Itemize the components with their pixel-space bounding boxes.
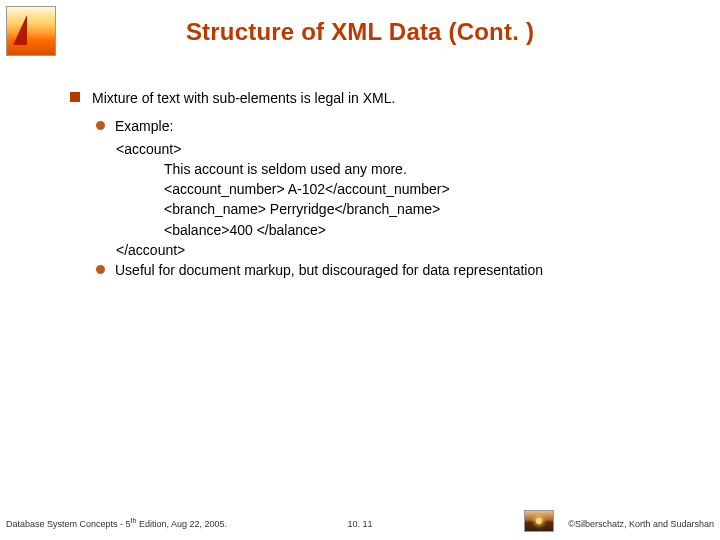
code-line: <account> — [116, 139, 680, 159]
decorative-sunset-image — [524, 510, 554, 532]
code-block: <account> This account is seldom used an… — [116, 139, 680, 261]
slide-footer: Database System Concepts - 5th Edition, … — [6, 500, 714, 532]
square-bullet-icon — [70, 92, 80, 102]
slide: Structure of XML Data (Cont. ) Mixture o… — [0, 0, 720, 540]
disc-bullet-icon — [96, 265, 105, 274]
slide-body: Mixture of text with sub-elements is leg… — [70, 88, 680, 283]
footer-copyright: ©Silberschatz, Korth and Sudarshan — [568, 519, 714, 529]
slide-title: Structure of XML Data (Cont. ) — [0, 18, 720, 46]
code-line: <branch_name> Perryridge</branch_name> — [116, 199, 680, 219]
bullet-level2: Example: — [96, 116, 680, 136]
footer-slide-number: 10. 11 — [347, 519, 372, 529]
bullet-level2-text: Example: — [115, 116, 173, 136]
code-line: <balance>400 </balance> — [116, 220, 680, 240]
bullet-level2: Useful for document markup, but discoura… — [96, 260, 680, 280]
bullet-level2-text: Useful for document markup, but discoura… — [115, 260, 543, 280]
bullet-level1-text: Mixture of text with sub-elements is leg… — [92, 88, 395, 108]
footer-left-pre: Database System Concepts - 5 — [6, 519, 131, 529]
code-line: <account_number> A-102</account_number> — [116, 179, 680, 199]
footer-left-post: Edition, Aug 22, 2005. — [136, 519, 227, 529]
sun-shape — [536, 518, 542, 524]
code-line: </account> — [116, 240, 680, 260]
disc-bullet-icon — [96, 121, 105, 130]
bullet-level1: Mixture of text with sub-elements is leg… — [70, 88, 680, 108]
footer-left: Database System Concepts - 5th Edition, … — [6, 517, 227, 529]
code-line: This account is seldom used any more. — [116, 159, 680, 179]
